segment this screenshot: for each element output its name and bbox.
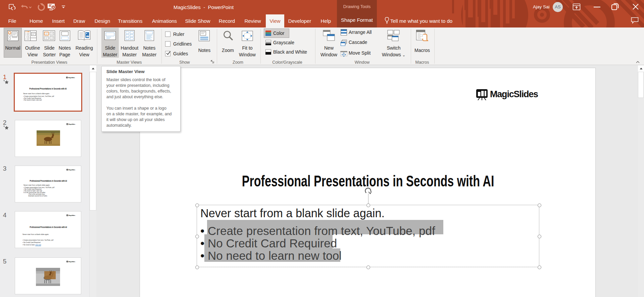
svg-text:MagicSlides: MagicSlides [68,77,75,78]
svg-text:MagicSlides: MagicSlides [68,215,76,216]
svg-text:MagicSlides: MagicSlides [68,123,76,125]
svg-text:MagicSlides: MagicSlides [68,261,76,262]
svg-text:MagicSlides: MagicSlides [68,169,76,171]
